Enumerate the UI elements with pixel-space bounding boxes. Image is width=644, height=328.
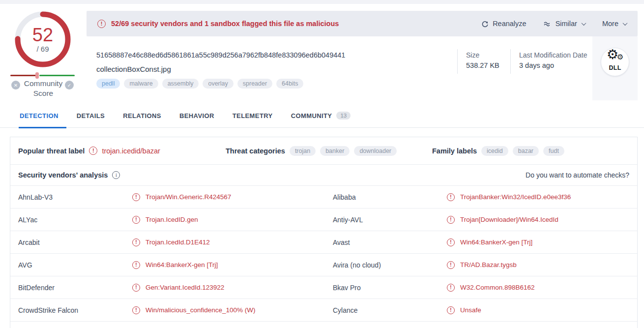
last-modification-block: Last Modification Date 3 days ago bbox=[510, 49, 592, 74]
result-text: Gen:Variant.IcedId.123922 bbox=[146, 284, 224, 291]
vendor-result: !Trojan[Downloader]/Win64.IcedId bbox=[447, 216, 637, 224]
file-tag-spreader[interactable]: spreader bbox=[237, 79, 272, 89]
popular-threat-value: trojan.icedid/bazar bbox=[102, 147, 160, 155]
vendor-result: !Unsafe bbox=[447, 306, 637, 314]
similar-icon bbox=[543, 21, 552, 27]
last-modification-label: Last Modification Date bbox=[519, 50, 592, 60]
result-text: TrojanBanker:Win32/IcedID.e0ee3f36 bbox=[460, 193, 571, 201]
gear-small-icon: ⚙ bbox=[617, 53, 623, 61]
alert-icon: ! bbox=[447, 306, 455, 314]
automate-checks-link[interactable]: Do you want to automate checks? bbox=[526, 171, 629, 179]
file-tags: pedllmalwareassemblyoverlayspreader64bit… bbox=[96, 79, 303, 89]
file-type-panel: ⚙ ⚙ DLL bbox=[592, 36, 638, 100]
threat-category-tag-banker[interactable]: banker bbox=[320, 146, 350, 156]
more-button[interactable]: More bbox=[602, 20, 627, 28]
community-count-badge: 13 bbox=[336, 112, 351, 119]
tab-community[interactable]: COMMUNITY13 bbox=[291, 103, 351, 128]
community-score-bar bbox=[10, 72, 75, 79]
file-header: 52 / 69 ✕ Community Score ✓ ! 52/69 secu… bbox=[0, 4, 644, 100]
family-label-tag-fudt[interactable]: fudt bbox=[543, 146, 564, 156]
file-type-badge: ⚙ ⚙ DLL bbox=[601, 48, 629, 76]
vendor-name: BitDefender bbox=[18, 284, 132, 292]
family-label-pills: icedidbazarfudt bbox=[481, 146, 564, 156]
vote-harmless-icon[interactable]: ✓ bbox=[65, 81, 74, 89]
community-positive-segment bbox=[39, 75, 75, 76]
analysis-header: Security vendors' analysis i Do you want… bbox=[10, 165, 637, 186]
community-negative-segment bbox=[10, 75, 36, 76]
tab-detection[interactable]: DETECTION bbox=[20, 103, 59, 128]
vendor-row: Arcabit!Trojan.IcedId.D1E412Avast!Win64:… bbox=[10, 231, 637, 254]
file-tag-overlay[interactable]: overlay bbox=[203, 79, 233, 89]
vendor-result: !Win64:BankerX-gen [Trj] bbox=[447, 239, 637, 246]
vendor-result: !Trojan/Win.Generic.R424567 bbox=[132, 193, 333, 201]
alert-icon: ! bbox=[89, 147, 97, 155]
file-tag-64bits[interactable]: 64bits bbox=[276, 79, 303, 89]
vendor-name: ALYac bbox=[18, 216, 132, 224]
alert-icon: ! bbox=[447, 193, 455, 201]
result-text: Unsafe bbox=[460, 306, 481, 314]
vendor-name: AVG bbox=[18, 261, 132, 269]
vendor-name: Bkav Pro bbox=[333, 284, 447, 292]
vendor-result: !Trojan.IcedID.gen bbox=[132, 216, 333, 224]
alert-icon: ! bbox=[447, 216, 455, 224]
alert-icon: ! bbox=[447, 239, 455, 246]
vendor-row: BitDefender!Gen:Variant.IcedId.123922Bka… bbox=[10, 276, 637, 299]
file-tag-malware[interactable]: malware bbox=[124, 79, 158, 89]
family-labels-label: Family labels bbox=[432, 147, 477, 155]
size-value: 538.27 KB bbox=[466, 60, 510, 71]
vendor-name: Avira (no cloud) bbox=[333, 261, 447, 269]
result-text: Win64:BankerX-gen [Trj] bbox=[146, 261, 218, 268]
info-icon[interactable]: i bbox=[112, 171, 120, 179]
file-size-block: Size 538.27 KB bbox=[457, 49, 510, 74]
threat-category-tag-trojan[interactable]: trojan bbox=[290, 146, 316, 156]
community-score-handle bbox=[35, 72, 39, 79]
vendor-result: !W32.Common.898B6162 bbox=[447, 284, 637, 292]
alert-icon: ! bbox=[132, 239, 140, 246]
chevron-down-icon bbox=[623, 21, 628, 26]
tab-label: DETECTION bbox=[20, 112, 59, 119]
size-label: Size bbox=[466, 50, 510, 60]
file-tag-assembly[interactable]: assembly bbox=[162, 79, 199, 89]
result-text: TR/AD.Bazar.tygsb bbox=[460, 261, 517, 268]
reanalyze-button[interactable]: Reanalyze bbox=[481, 20, 527, 28]
result-text: Trojan.IcedId.D1E412 bbox=[146, 239, 210, 246]
alert-icon: ! bbox=[97, 20, 106, 28]
vendor-row: AhnLab-V3!Trojan/Win.Generic.R424567Alib… bbox=[10, 186, 637, 209]
vendor-row: ALYac!Trojan.IcedID.genAntiy-AVL!Trojan[… bbox=[10, 209, 637, 231]
vendor-name: Avast bbox=[333, 239, 447, 246]
file-tag-pedll[interactable]: pedll bbox=[96, 79, 120, 89]
score-total: / 69 bbox=[36, 45, 49, 54]
vendor-result: !Win/malicious_confidence_100% (W) bbox=[132, 306, 333, 314]
alert-icon: ! bbox=[132, 216, 140, 224]
tab-telemetry[interactable]: TELEMETRY bbox=[233, 103, 273, 128]
alert-icon: ! bbox=[132, 306, 140, 314]
result-text: Trojan.IcedID.gen bbox=[146, 216, 198, 223]
result-text: Win64:BankerX-gen [Trj] bbox=[460, 239, 532, 246]
vendor-result: !Gen:Variant.IcedId.123922 bbox=[132, 284, 333, 292]
similar-button[interactable]: Similar bbox=[543, 20, 585, 28]
vendor-results-table: AhnLab-V3!Trojan/Win.Generic.R424567Alib… bbox=[10, 186, 637, 322]
result-text: Trojan/Win.Generic.R424567 bbox=[146, 193, 231, 201]
vendor-result: !TrojanBanker:Win32/IcedID.e0ee3f36 bbox=[447, 193, 637, 201]
last-modification-value: 3 days ago bbox=[519, 60, 592, 71]
detection-banner: ! 52/69 security vendors and 1 sandbox f… bbox=[87, 11, 638, 36]
chevron-down-icon bbox=[582, 21, 586, 26]
threat-summary-row: Popular threat label ! trojan.icedid/baz… bbox=[10, 137, 637, 165]
tab-relations[interactable]: RELATIONS bbox=[123, 103, 161, 128]
threat-categories-label: Threat categories bbox=[226, 147, 285, 155]
score-gauge-area: 52 / 69 ✕ Community Score ✓ bbox=[0, 4, 87, 100]
tab-behavior[interactable]: BEHAVIOR bbox=[179, 103, 214, 128]
threat-category-tag-downloader[interactable]: downloader bbox=[354, 146, 397, 156]
family-label-tag-icedid[interactable]: icedid bbox=[481, 146, 508, 156]
vendor-result: !TR/AD.Bazar.tygsb bbox=[447, 261, 637, 269]
vendor-name: CrowdStrike Falcon bbox=[18, 306, 132, 314]
file-type-label: DLL bbox=[601, 64, 629, 71]
tab-details[interactable]: DETAILS bbox=[77, 103, 105, 128]
result-text: W32.Common.898B6162 bbox=[460, 284, 535, 291]
threat-category-pills: trojanbankerdownloader bbox=[290, 146, 397, 156]
family-label-tag-bazar[interactable]: bazar bbox=[513, 146, 539, 156]
vendor-row: AVG!Win64:BankerX-gen [Trj]Avira (no clo… bbox=[10, 254, 637, 276]
tab-label: TELEMETRY bbox=[233, 112, 273, 119]
community-score-label: Community Score bbox=[19, 79, 68, 98]
popular-threat-label: Popular threat label bbox=[18, 147, 85, 155]
